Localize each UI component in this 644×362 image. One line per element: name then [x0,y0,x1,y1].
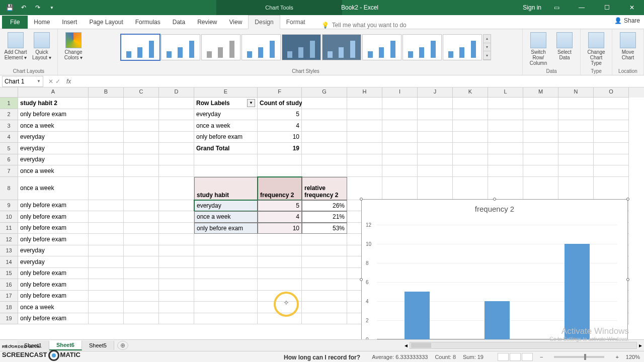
chart-object[interactable]: frequency 2 024681012everydayonce a week… [361,199,628,339]
change-colors-button[interactable]: Change Colors ▾ [61,31,86,61]
col-header-H[interactable]: H [347,87,382,98]
chart-style-6[interactable] [322,34,361,60]
col-header-N[interactable]: N [558,87,594,98]
row-header[interactable]: 18 [0,302,18,313]
cell[interactable]: 53% [302,223,347,234]
cell[interactable] [89,313,124,325]
row-header[interactable]: 2 [0,109,18,121]
cell[interactable] [258,268,302,280]
cell[interactable] [523,120,558,132]
cell[interactable] [594,109,629,121]
cell[interactable]: study habit 2 [18,98,89,109]
cell[interactable]: Row Labels▼ [194,98,258,109]
pivot-filter-button[interactable]: ▼ [247,99,255,107]
cell[interactable] [124,132,159,143]
cell[interactable]: everyday [18,245,89,257]
cell[interactable] [89,223,124,234]
select-data-button[interactable]: Select Data [552,31,577,61]
cell[interactable] [124,268,159,280]
cell[interactable]: once a week [18,302,89,313]
col-header-E[interactable]: E [194,87,258,98]
cell[interactable] [453,154,488,166]
cell[interactable] [382,120,418,132]
cancel-formula-icon[interactable]: ✕ [48,78,53,85]
cell[interactable] [194,268,258,280]
cell[interactable] [124,143,159,154]
cell[interactable] [194,302,258,313]
col-header-O[interactable]: O [594,87,629,98]
row-header[interactable]: 14 [0,256,18,268]
cell[interactable] [488,98,523,109]
cell[interactable]: 10 [258,132,302,143]
close-button[interactable]: ✕ [622,0,642,15]
cell[interactable]: 5 [258,200,302,212]
cell[interactable]: everyday [18,256,89,268]
cell[interactable] [124,234,159,245]
chart-plot-area[interactable]: 024681012everydayonce a weekonly before … [377,225,617,339]
ribbon-display-icon[interactable]: ▭ [546,0,567,15]
col-header-A[interactable]: A [18,87,89,98]
cell[interactable] [194,291,258,302]
tab-design[interactable]: Design [248,15,280,29]
chart-bar[interactable] [485,301,510,339]
cell[interactable] [89,279,124,291]
cell[interactable] [488,177,523,200]
row-header[interactable]: 1 [0,98,18,109]
cell[interactable] [194,154,258,166]
undo-icon[interactable]: ↶ [18,2,29,13]
tab-data[interactable]: Data [167,16,191,29]
view-page-break-button[interactable] [522,353,533,361]
cell[interactable] [523,109,558,121]
row-header[interactable]: 12 [0,234,18,245]
cell[interactable] [302,268,347,280]
cell[interactable] [258,313,302,325]
cell[interactable] [418,165,453,177]
name-box[interactable]: Chart 1▼ [2,76,43,87]
cell[interactable] [159,165,194,177]
cell[interactable] [89,165,124,177]
cell[interactable] [302,291,347,302]
chart-style-3[interactable] [201,34,240,60]
customize-qat-icon[interactable]: ▼ [46,2,57,13]
view-page-layout-button[interactable] [510,353,521,361]
cell[interactable] [453,132,488,143]
cell[interactable] [124,313,159,325]
tab-format[interactable]: Format [280,16,311,29]
redo-icon[interactable]: ↷ [32,2,43,13]
cell[interactable] [382,165,418,177]
cell[interactable] [124,109,159,121]
row-header[interactable]: 4 [0,132,18,143]
cell[interactable] [302,120,347,132]
cell[interactable] [453,177,488,200]
cell[interactable]: once a week [194,211,258,223]
chart-handle[interactable] [493,198,496,201]
cell[interactable]: Grand Total [194,143,258,154]
chart-bar[interactable] [565,244,590,339]
cell[interactable] [159,291,194,302]
col-header-K[interactable]: K [453,87,488,98]
sheet-tab-sheet6[interactable]: Sheet6 [49,340,82,350]
cell[interactable] [159,98,194,109]
cell[interactable]: only before exam [194,223,258,234]
cell[interactable] [523,132,558,143]
cell[interactable] [159,245,194,257]
cell[interactable] [194,256,258,268]
cell[interactable]: only before exam [18,279,89,291]
formula-input[interactable] [74,76,644,86]
cell[interactable]: 26% [302,200,347,212]
cell[interactable] [594,165,629,177]
cell[interactable] [302,234,347,245]
tab-review[interactable]: Review [191,16,223,29]
cell[interactable] [124,223,159,234]
cell[interactable] [159,132,194,143]
cell[interactable] [488,165,523,177]
col-header-J[interactable]: J [418,87,453,98]
col-header-L[interactable]: L [488,87,523,98]
cell[interactable] [89,98,124,109]
cell[interactable]: 4 [258,211,302,223]
cell[interactable] [523,165,558,177]
cell[interactable] [523,177,558,200]
cell[interactable] [194,245,258,257]
cell[interactable] [89,200,124,212]
cell[interactable] [594,177,629,200]
